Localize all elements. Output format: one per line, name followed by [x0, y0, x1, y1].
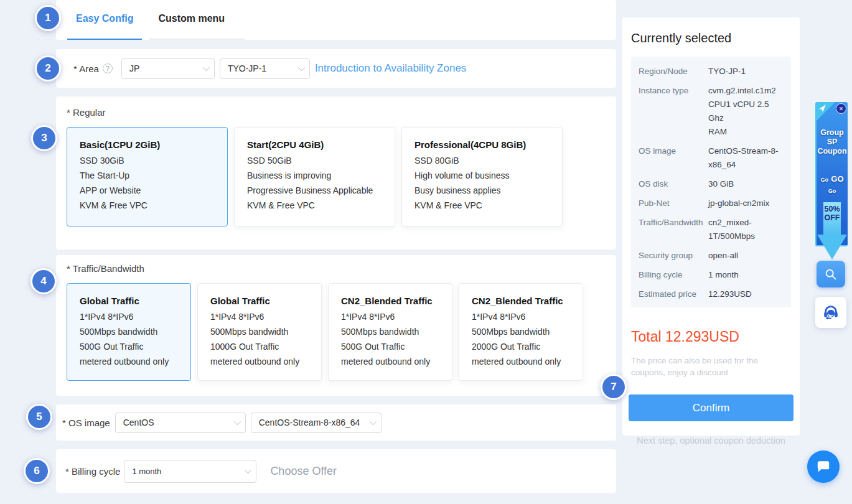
os-version-select-value: CentOS-Stream-8-x86_64	[259, 418, 360, 427]
choose-offer-label: Choose Offer	[270, 465, 337, 478]
traffic-card-title: Global Traffic	[80, 296, 185, 306]
region-select-value: JP	[129, 63, 139, 73]
zone-select-value: TYO-JP-1	[228, 63, 266, 73]
chevron-down-icon	[203, 64, 210, 71]
traffic-card-line: 1000G Out Traffic	[210, 339, 316, 354]
promo-text: Group SP Coupon	[817, 128, 848, 156]
summary-row: OS imageCentOS-Stream-8-x86_64	[639, 144, 786, 172]
plan-card-start[interactable]: Start(2CPU 4GiB) SSD 50GiB Business is i…	[234, 127, 395, 226]
plan-card-basic[interactable]: Basic(1CPU 2GiB) SSD 30GiB The Start-Up …	[67, 127, 228, 226]
traffic-section: * Traffic/Bandwidth Global Traffic 1*IPv…	[56, 255, 616, 396]
plan-card-line: KVM & Free VPC	[80, 198, 222, 213]
support-button[interactable]	[815, 297, 846, 328]
tab-easy-config[interactable]: Easy Config	[67, 0, 142, 40]
zone-select[interactable]: TYO-JP-1	[220, 58, 310, 79]
support-agent-icon	[822, 303, 840, 322]
plan-card-line: The Start-Up	[80, 168, 222, 183]
plan-card-title: Professional(4CPU 8GiB)	[414, 139, 557, 150]
plan-card-line: Progressive Business Applicable	[247, 183, 390, 198]
tab-custom-menu[interactable]: Custom menu	[149, 0, 245, 40]
plan-card-title: Start(2CPU 4GiB)	[247, 139, 390, 150]
step-badge-5: 5	[26, 404, 52, 430]
traffic-card-line: metered outbound only	[341, 354, 447, 369]
chat-button[interactable]	[807, 450, 840, 483]
plan-card-line: Business is improving	[247, 168, 390, 183]
billing-section: * Billing cycle 1 month Choose Offer	[56, 449, 616, 493]
plan-card-professional[interactable]: Professional(4CPU 8GiB) SSD 80GiB High v…	[401, 127, 563, 226]
total-price: Total 12.293USD	[631, 329, 800, 345]
traffic-card-line: metered outbound only	[80, 354, 185, 369]
confirm-button[interactable]: Confirm	[629, 394, 793, 421]
traffic-card-global-1000g[interactable]: Global Traffic 1*IPv4 8*IPv6 500Mbps ban…	[197, 283, 322, 381]
traffic-card-line: metered outbound only	[210, 354, 316, 369]
summary-row: Pub-Netjp-global-cn2mix	[639, 197, 786, 210]
traffic-card-title: Global Traffic	[210, 296, 316, 306]
regular-section: * Regular Basic(1CPU 2GiB) SSD 30GiB The…	[56, 96, 616, 250]
area-section: * Area ? JP TYO-JP-1 Introduction to Ava…	[56, 49, 616, 88]
summary-row: Security groupopen-all	[639, 249, 786, 263]
traffic-card-global-500g[interactable]: Global Traffic 1*IPv4 8*IPv6 500Mbps ban…	[67, 283, 191, 381]
os-version-select[interactable]: CentOS-Stream-8-x86_64	[251, 413, 382, 433]
region-select[interactable]: JP	[121, 58, 215, 79]
summary-row: OS disk30 GiB	[639, 177, 786, 191]
traffic-card-line: 500Mbps bandwidth	[80, 324, 185, 339]
plan-card-line: KVM & Free VPC	[247, 198, 390, 213]
traffic-card-cn2-2000g[interactable]: CN2_Blended Traffic 1*IPv4 8*IPv6 500Mbp…	[459, 283, 583, 381]
traffic-card-line: 1*IPv4 8*IPv6	[341, 309, 447, 324]
plan-card-line: KVM & Free VPC	[414, 198, 557, 213]
plan-card-line: High volume of business	[414, 168, 557, 183]
summary-row: Region/NodeTYO-JP-1	[639, 65, 786, 78]
plan-card-line: SSD 80GiB	[414, 153, 557, 168]
plan-card-line: Busy business applies	[414, 183, 557, 198]
traffic-card-line: 1*IPv4 8*IPv6	[80, 309, 185, 324]
chevron-down-icon	[245, 467, 251, 474]
availability-zones-link[interactable]: Introduction to Availability Zones	[315, 62, 467, 75]
plan-card-line: SSD 30GiB	[80, 153, 222, 168]
step-badge-4: 4	[30, 268, 57, 294]
traffic-card-line: 500G Out Traffic	[80, 339, 185, 354]
chevron-down-icon	[233, 418, 240, 425]
summary-box: Region/NodeTYO-JP-1 Instance typecvm.g2.…	[631, 57, 791, 307]
chevron-down-icon	[369, 418, 376, 425]
ribbon-rocket-icon	[817, 102, 835, 121]
billing-cycle-label: * Billing cycle	[65, 466, 120, 477]
area-label: * Area	[73, 63, 99, 74]
plan-card-line: APP or Website	[80, 183, 222, 198]
coupon-promo-banner[interactable]: ✕ Group SP Coupon Go GO Go 50% OFF	[815, 102, 848, 246]
traffic-card-line: 500G Out Traffic	[341, 339, 447, 354]
search-icon	[824, 268, 838, 281]
billing-cycle-select[interactable]: 1 month	[124, 460, 256, 483]
plan-card-line: SSD 50GiB	[247, 153, 390, 168]
traffic-cards: Global Traffic 1*IPv4 8*IPv6 500Mbps ban…	[67, 283, 616, 381]
traffic-card-title: CN2_Blended Traffic	[472, 296, 578, 306]
os-image-label: * OS image	[62, 418, 110, 428]
coupon-note: The price can also be used for the coupo…	[631, 355, 791, 378]
close-icon[interactable]: ✕	[836, 103, 846, 114]
billing-cycle-select-value: 1 month	[132, 467, 161, 476]
plan-card-title: Basic(1CPU 2GiB)	[80, 139, 222, 150]
chevron-down-icon	[298, 64, 305, 71]
regular-label: * Regular	[67, 107, 616, 118]
next-step-note: Next step, optional coupon deduction	[622, 436, 800, 446]
os-family-select[interactable]: CentOS	[115, 413, 246, 433]
traffic-card-line: 500Mbps bandwidth	[341, 324, 447, 339]
traffic-card-line: metered outbound only	[472, 354, 578, 369]
summary-row: Billing cycle1 month	[639, 268, 786, 282]
help-icon[interactable]: ?	[103, 63, 113, 73]
summary-title: Currently selected	[622, 17, 800, 45]
step-badge-7: 7	[601, 374, 627, 400]
step-badge-6: 6	[24, 458, 50, 484]
summary-row: Estimated price12.293USD	[639, 287, 786, 301]
summary-row: Instance typecvm.g2.intel.c1m2 CPU1 vCPU…	[639, 84, 786, 139]
search-button[interactable]	[817, 261, 845, 287]
traffic-card-line: 500Mbps bandwidth	[472, 324, 578, 339]
config-tabs: Easy Config Custom menu	[56, 0, 616, 40]
traffic-label: * Traffic/Bandwidth	[67, 263, 616, 274]
traffic-card-line: 2000G Out Traffic	[472, 339, 578, 354]
traffic-card-cn2-500g[interactable]: CN2_Blended Traffic 1*IPv4 8*IPv6 500Mbp…	[328, 283, 452, 381]
chat-bubble-icon	[815, 459, 831, 475]
promo-go-text: Go GO Go	[817, 173, 848, 195]
discount-arrow: 50% OFF	[817, 202, 848, 259]
summary-panel: Currently selected Region/NodeTYO-JP-1 I…	[622, 17, 800, 436]
os-family-select-value: CentOS	[123, 418, 154, 427]
